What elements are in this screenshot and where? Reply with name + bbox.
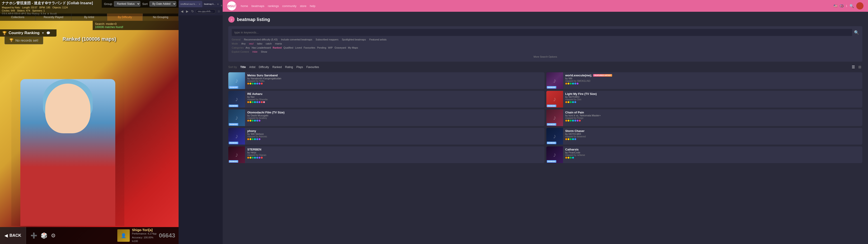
sort-favourites[interactable]: Favourites: [306, 65, 319, 69]
browser-tab-2[interactable]: beatmap listing | osu! ✕: [202, 1, 221, 7]
cat-my-maps[interactable]: My Maps: [348, 46, 358, 49]
ranked-badge-5: RANKED: [229, 123, 238, 126]
explicit-hide[interactable]: Hide: [252, 50, 257, 53]
grid-view-btn[interactable]: ⊞: [857, 64, 862, 69]
bookmark-icon[interactable]: ☆: [217, 9, 221, 13]
filter-converted[interactable]: Include converted beatmaps: [281, 38, 312, 41]
beatmap-mapper-7: mapped by Astronic: [247, 135, 542, 138]
tab2-close[interactable]: ✕: [217, 3, 219, 5]
sort-rating[interactable]: Rating: [285, 65, 293, 69]
nav-community[interactable]: community: [282, 4, 297, 8]
tab-by-difficulty[interactable]: By Difficulty: [107, 13, 143, 21]
diff-dot: [565, 83, 567, 85]
diff-dot: [252, 157, 254, 159]
ranked-maps-text: Ranked (100006 maps): [62, 36, 116, 42]
tab-by-artist[interactable]: By Artist: [71, 13, 107, 21]
user-avatar[interactable]: [856, 2, 864, 9]
osu-website-panel: osu! home beatmaps rankings community st…: [223, 0, 868, 244]
diff-dot: [258, 101, 260, 103]
more-search-options-btn[interactable]: More Search Options: [232, 55, 859, 59]
nav-beatmaps[interactable]: beatmaps: [252, 4, 265, 8]
sort-difficulty[interactable]: Difficulty: [259, 65, 269, 69]
ranking-dropdown-icon[interactable]: ▼: [41, 31, 44, 35]
beatmap-search-button[interactable]: 🔍: [854, 30, 859, 35]
tab1-close[interactable]: ✕: [199, 3, 200, 5]
diff-dot: [252, 120, 254, 122]
tab-collections[interactable]: Collections: [0, 13, 36, 21]
nav-store[interactable]: store: [300, 4, 307, 8]
back-nav-btn[interactable]: ◀: [180, 9, 184, 13]
mode-taiko[interactable]: taiko: [257, 42, 262, 45]
beatmap-thumb-10: ♪ RANKED: [546, 146, 563, 163]
cat-qualified[interactable]: Qualified: [283, 46, 293, 49]
filter-spotlighted[interactable]: Spotlighted beatmaps: [342, 38, 366, 41]
forward-nav-btn[interactable]: ▶: [185, 9, 189, 13]
beatmap-card-3[interactable]: ♪ RANKED RE Aoharu by Nor mapped by Shar…: [228, 91, 545, 108]
ranking-chat-icon[interactable]: 💬: [46, 31, 50, 35]
filter-mode-label: Mode: [232, 42, 238, 45]
cat-loved[interactable]: Loved: [295, 46, 302, 49]
settings-icon[interactable]: ⚙: [51, 233, 56, 239]
beatmap-title-4: Light My Fire (TV Size): [565, 92, 860, 96]
beatmap-card-2[interactable]: ♪ RANKED world.execute(me); FEATURED ART…: [546, 72, 863, 89]
filter-general-row: General Recommended difficulty (5.43) In…: [232, 38, 859, 41]
osu-nav-right: 🇺🇸 🇬🇧 1 🔍: [834, 2, 864, 9]
mode-mania[interactable]: mania: [275, 42, 282, 45]
sort-select[interactable]: By Date Added: [149, 1, 176, 6]
beatmap-card-1[interactable]: ♪ RANKED Meiou Suru Saroband by Nanabosh…: [228, 72, 545, 89]
nav-home[interactable]: home: [241, 4, 248, 8]
beatmap-card-6[interactable]: ♪ RANKED Chain of Pain by kors k vs. Nek…: [546, 109, 863, 126]
new-tab-btn[interactable]: +: [221, 4, 223, 7]
filter-subscribed[interactable]: Subscribed mappers: [315, 38, 338, 41]
site-search-icon[interactable]: 🔍: [849, 4, 854, 8]
ranked-badge-3: RANKED: [229, 104, 238, 107]
osu-main-content: ♪ beatmap listing 🔍 General Recommended …: [223, 12, 868, 167]
random-icon[interactable]: 🎲: [41, 233, 48, 239]
sort-plays[interactable]: Plays: [296, 65, 303, 69]
cat-any[interactable]: Any: [246, 46, 250, 49]
song-bpm: BPM: 185: [39, 6, 50, 9]
sort-title[interactable]: Title: [240, 65, 246, 69]
beatmap-card-7[interactable]: ♪ RANKED phony by Will Stetson mapped by…: [228, 128, 545, 145]
diff-dot: [577, 83, 579, 85]
tab-no-grouping[interactable]: No Grouping: [143, 13, 179, 21]
explicit-label: Explicit Content: [232, 50, 249, 53]
cat-has-leaderboard[interactable]: Has Leaderboard: [252, 46, 271, 49]
add-icon[interactable]: ➕: [31, 233, 37, 239]
player-performance: Performance: 4,174pp: [132, 232, 157, 236]
nav-help[interactable]: help: [310, 4, 315, 8]
cat-pending[interactable]: Pending: [317, 46, 326, 49]
beatmap-title-8: Storm Chaser: [565, 129, 860, 133]
mode-any[interactable]: Any: [241, 42, 246, 45]
cat-graveyard[interactable]: Graveyard: [335, 46, 346, 49]
cat-wip[interactable]: WIP: [328, 46, 333, 49]
tab-recently-played[interactable]: Recently Played: [36, 13, 71, 21]
beatmap-title-3: RE Aoharu: [247, 92, 542, 96]
mode-catch[interactable]: catch: [266, 42, 272, 45]
beatmap-card-10[interactable]: ♪ RANKED Catharsis by PeanCode mapped by…: [546, 146, 863, 163]
filter-recommended[interactable]: Recommended difficulty (5.43): [244, 38, 278, 41]
back-button[interactable]: ◀ BACK: [0, 227, 26, 244]
explicit-show[interactable]: Show: [261, 50, 267, 53]
cat-ranked[interactable]: Ranked: [273, 46, 282, 49]
beatmap-title-1: Meiou Suru Saroband: [247, 74, 542, 77]
diff-dot: [565, 157, 567, 159]
mode-osu[interactable]: osu!: [249, 42, 254, 45]
browser-tab-1[interactable]: Unofficial osu! beatmap Pac... ✕: [179, 1, 202, 7]
group-select[interactable]: Ranked Status: [114, 1, 141, 6]
nav-rankings[interactable]: rankings: [268, 4, 279, 8]
beatmap-search-input[interactable]: [232, 29, 852, 36]
sort-ranked[interactable]: Ranked: [272, 65, 282, 69]
ranked-badge-8: RANKED: [547, 142, 556, 144]
beatmap-card-8[interactable]: ♪ RANKED Storm Chaser by HOYO-MIX mapped…: [546, 128, 863, 145]
beatmap-card-9[interactable]: ♪ RANKED STERBEN by Helyi mapped by Dign…: [228, 146, 545, 163]
beatmap-card-5[interactable]: ♪ RANKED Otomodachi Film (TV Size) by Da…: [228, 109, 545, 126]
cat-favourites[interactable]: Favourites: [304, 46, 315, 49]
beatmap-card-4[interactable]: ♪ RANKED Light My Fire (TV Size) by NOTO…: [546, 91, 863, 108]
sort-artist[interactable]: Artist: [249, 65, 255, 69]
filter-featured-artists[interactable]: Featured artists: [369, 38, 386, 41]
list-view-btn[interactable]: ☰: [850, 64, 856, 69]
refresh-btn[interactable]: ↻: [190, 9, 195, 13]
diff-dot: [256, 120, 258, 122]
address-bar[interactable]: osu.ppy.sh/beatmapsets?m=0&s=ranked: [196, 9, 216, 13]
